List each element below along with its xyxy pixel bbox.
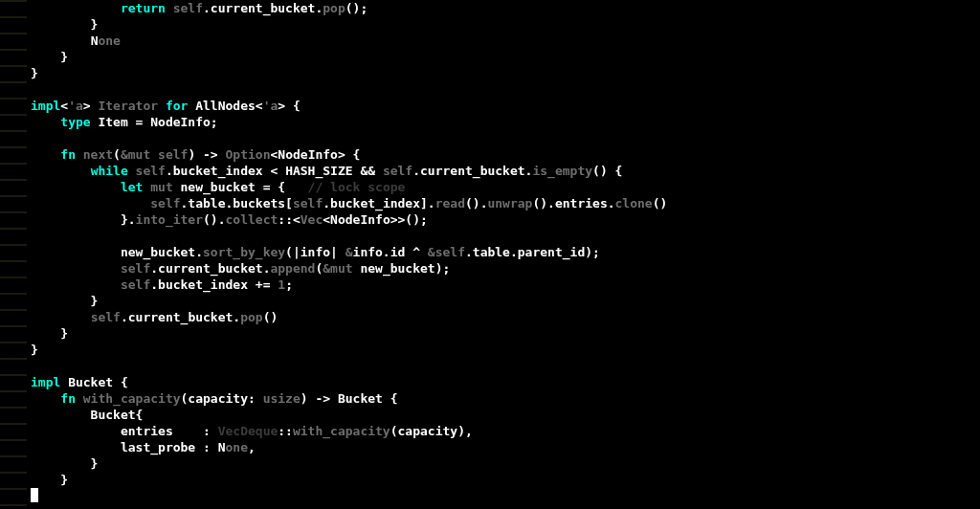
token: () bbox=[653, 196, 668, 210]
token: N bbox=[218, 440, 226, 454]
token: new_bucket. bbox=[31, 245, 203, 259]
token: Bucket { bbox=[60, 375, 127, 389]
token bbox=[31, 180, 121, 194]
token: Vec bbox=[301, 212, 323, 227]
token: with_capacity bbox=[293, 424, 390, 438]
token: // lock scope bbox=[308, 180, 406, 194]
token: .current_bucket. bbox=[150, 261, 270, 276]
token bbox=[31, 310, 91, 324]
token: new_bucket); bbox=[353, 261, 451, 276]
code-editor[interactable]: return self.current_bucket.pop(); } None… bbox=[0, 0, 980, 509]
code-line[interactable] bbox=[31, 358, 980, 374]
token: last_probe : bbox=[31, 440, 218, 454]
token: Bucket{ bbox=[31, 408, 143, 422]
code-line[interactable]: fn with_capacity(capacity: usize) -> Buc… bbox=[31, 390, 980, 407]
token: (). bbox=[203, 212, 225, 227]
code-line[interactable] bbox=[31, 130, 980, 146]
token: one bbox=[98, 33, 120, 48]
code-line[interactable]: self.bucket_index += 1; bbox=[31, 277, 980, 293]
code-line[interactable]: } bbox=[31, 472, 980, 488]
token: &mut bbox=[323, 261, 352, 276]
token: pop bbox=[240, 310, 262, 324]
code-line[interactable]: impl Bucket { bbox=[31, 374, 980, 390]
token: .bucket_index += bbox=[150, 277, 278, 292]
token bbox=[31, 147, 60, 162]
token: self bbox=[435, 245, 465, 259]
token: .bucket_index]. bbox=[323, 196, 434, 210]
token: } bbox=[31, 343, 38, 357]
code-line[interactable]: self.current_bucket.pop() bbox=[31, 309, 980, 325]
token: } bbox=[31, 473, 68, 487]
code-line[interactable]: Bucket{ bbox=[31, 407, 980, 423]
token: unwrap bbox=[487, 196, 532, 210]
token: self bbox=[173, 1, 203, 15]
token: } bbox=[31, 294, 98, 308]
code-line[interactable]: let mut new_bucket = { // lock scope bbox=[31, 179, 980, 195]
token: self bbox=[91, 310, 121, 324]
code-line[interactable]: return self.current_bucket.pop(); bbox=[31, 0, 980, 16]
token: with_capacity bbox=[83, 391, 181, 406]
token: into_iter bbox=[136, 212, 203, 227]
token bbox=[76, 147, 83, 162]
token: usize bbox=[263, 391, 301, 406]
code-line[interactable]: } bbox=[31, 49, 980, 65]
token: self bbox=[121, 261, 150, 276]
code-line[interactable] bbox=[31, 81, 980, 98]
code-line[interactable]: } bbox=[31, 342, 980, 358]
token: (|info| bbox=[285, 245, 345, 259]
code-line[interactable]: }.into_iter().collect::<Vec<NodeInfo>>()… bbox=[31, 211, 980, 228]
code-content[interactable]: return self.current_bucket.pop(); } None… bbox=[31, 0, 980, 509]
token: for bbox=[166, 99, 188, 113]
token: self bbox=[121, 277, 150, 292]
token: (). bbox=[465, 196, 487, 210]
token: 1 bbox=[278, 277, 285, 292]
token: new_bucket = { bbox=[173, 180, 308, 194]
code-line[interactable]: while self.bucket_index < HASH_SIZE && s… bbox=[31, 163, 980, 179]
token: sort_by_key bbox=[203, 245, 285, 259]
token: 'a bbox=[263, 99, 278, 113]
token: ( bbox=[113, 147, 121, 162]
token: < bbox=[60, 99, 68, 113]
token: } bbox=[31, 50, 68, 64]
token: <NodeInfo>>(); bbox=[323, 212, 428, 227]
code-line[interactable]: type Item = NodeInfo; bbox=[31, 114, 980, 130]
token: }. bbox=[31, 212, 136, 227]
token: ().entries. bbox=[532, 196, 614, 210]
code-line[interactable]: } bbox=[31, 293, 980, 309]
code-line[interactable]: } bbox=[31, 65, 980, 81]
code-line[interactable]: self.current_bucket.append(&mut new_buck… bbox=[31, 260, 980, 277]
token bbox=[31, 164, 91, 178]
code-line[interactable]: entries : VecDeque::with_capacity(capaci… bbox=[31, 423, 980, 439]
token: } bbox=[31, 326, 68, 341]
token: mut bbox=[150, 180, 172, 194]
token: :: bbox=[278, 424, 293, 438]
code-line[interactable]: fn next(&mut self) -> Option<NodeInfo> { bbox=[31, 146, 980, 163]
line-number-gutter bbox=[0, 0, 27, 509]
token: clone bbox=[615, 196, 653, 210]
token bbox=[76, 391, 83, 406]
token: > { bbox=[278, 99, 300, 113]
token bbox=[31, 115, 60, 129]
token: entries : bbox=[31, 424, 218, 438]
code-line[interactable]: } bbox=[31, 325, 980, 342]
token: .current_bucket. bbox=[121, 310, 240, 324]
token: while bbox=[91, 164, 128, 178]
code-line[interactable] bbox=[31, 228, 980, 244]
code-line[interactable]: new_bucket.sort_by_key(|info| &info.id ^… bbox=[31, 244, 980, 260]
code-line[interactable]: self.table.buckets[self.bucket_index].re… bbox=[31, 195, 980, 211]
token: self bbox=[150, 196, 180, 210]
token bbox=[31, 33, 91, 48]
cursor-line[interactable] bbox=[31, 488, 980, 504]
code-line[interactable]: None bbox=[31, 33, 980, 49]
token: Item = NodeInfo; bbox=[91, 115, 218, 129]
token: } bbox=[31, 456, 98, 471]
token: & bbox=[345, 245, 353, 259]
token: & bbox=[428, 245, 435, 259]
code-line[interactable]: impl<'a> Iterator for AllNodes<'a> { bbox=[31, 98, 980, 114]
code-line[interactable]: } bbox=[31, 16, 980, 33]
token: one bbox=[226, 440, 248, 454]
code-line[interactable]: last_probe : None, bbox=[31, 439, 980, 455]
token: Iterator bbox=[98, 99, 158, 113]
code-line[interactable]: } bbox=[31, 455, 980, 472]
token: next bbox=[83, 147, 113, 162]
